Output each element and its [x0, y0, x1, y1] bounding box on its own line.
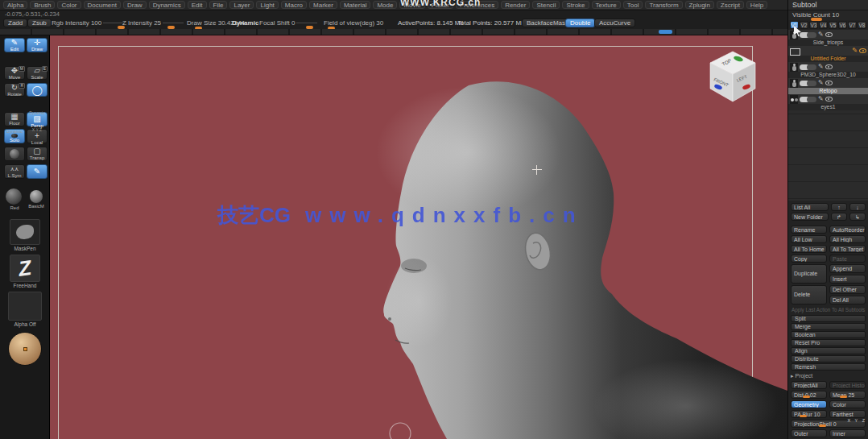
project-history-button[interactable]: Project History [829, 381, 866, 389]
subtool-item[interactable]: ✎ Retopo [788, 78, 868, 94]
floor-button[interactable]: ▦Floor [4, 112, 25, 126]
v-button[interactable]: V6 [838, 21, 847, 29]
polypaint-pen-icon[interactable]: ✎ [852, 48, 858, 54]
autoreorder-button[interactable]: AutoReorder [829, 226, 866, 234]
color-button[interactable]: Color [829, 400, 866, 408]
polypaint-pen-icon[interactable]: ✎ [818, 64, 824, 70]
double-button[interactable]: Double [565, 19, 595, 27]
eye-icon[interactable] [825, 64, 833, 69]
current-material-button[interactable]: Red [6, 188, 23, 210]
menu-item[interactable]: Mode [373, 1, 397, 9]
project-section-label[interactable]: ▸ Project [788, 371, 868, 380]
del-all-button[interactable]: Del All [829, 296, 866, 304]
farthest-button[interactable]: Farthest [829, 410, 866, 418]
menu-item[interactable]: Transform [645, 1, 682, 9]
move-down-button[interactable]: ↓ [849, 203, 866, 211]
inner-button[interactable]: Inner [829, 429, 866, 437]
menu-item[interactable]: Render [501, 1, 530, 9]
duplicate-button[interactable]: Duplicate [791, 264, 827, 284]
sculpt-canvas[interactable]: 技艺CGwww.qdnxxfb.cn TOP FRONT LEFT [50, 35, 787, 439]
all-to-home-button[interactable]: All To Home [791, 245, 827, 253]
section-button[interactable]: Merge [791, 323, 866, 330]
menu-item[interactable]: Color [57, 1, 81, 9]
v-button[interactable]: V4 [819, 21, 828, 29]
stroke-thumbnail[interactable]: Z [10, 255, 40, 282]
menu-item[interactable]: Layer [229, 1, 254, 9]
pa-blur-slider[interactable]: PA Blur 10 [791, 410, 827, 418]
edit-button[interactable]: ✎Edit [4, 38, 25, 52]
lasso-button[interactable]: ◯ [27, 83, 48, 97]
section-button[interactable]: Align [791, 347, 866, 354]
rename-button[interactable]: Rename [791, 226, 827, 234]
menu-item[interactable]: Document [84, 1, 121, 9]
menu-item[interactable]: Stencil [532, 1, 560, 9]
navigation-cube[interactable]: TOP FRONT LEFT [702, 48, 763, 110]
lsym-button[interactable]: ⋏⋏L.Sym [4, 164, 25, 179]
menu-item[interactable]: Stroke [562, 1, 589, 9]
v-button[interactable]: V8 [858, 21, 866, 29]
rotate-button[interactable]: R↻Rotate [4, 83, 25, 97]
projectall-button[interactable]: ProjectAll [791, 381, 827, 389]
delete-button[interactable]: Delete [791, 285, 827, 304]
fov-slider[interactable]: Field of view(deg) 30 [324, 19, 383, 27]
brush-thumbnail[interactable] [10, 219, 40, 245]
local-button[interactable]: X Y Z+Local [27, 129, 48, 143]
geometry-button[interactable]: Geometry [791, 400, 827, 408]
subtool-item[interactable]: ✎ eyes1 [788, 94, 868, 110]
move-up-button[interactable]: ↑ [831, 203, 847, 211]
eye-icon[interactable] [825, 97, 833, 101]
v-button[interactable]: V2 [800, 21, 808, 29]
polypaint-pen-icon[interactable]: ✎ [818, 96, 824, 102]
visibility-pill-icon[interactable] [807, 64, 816, 70]
menu-item[interactable]: Help [746, 1, 767, 9]
menu-item[interactable]: Zplugin [685, 1, 714, 9]
menu-item[interactable]: Dynamics [149, 1, 185, 9]
move-button[interactable]: M✥Move [4, 66, 25, 80]
eye-icon[interactable] [859, 48, 866, 53]
alpha-thumbnail[interactable] [8, 292, 42, 321]
menu-item[interactable]: Texture [592, 1, 621, 9]
menu-item[interactable]: Draw [123, 1, 147, 9]
copy-button[interactable]: Copy [791, 255, 827, 263]
ghost-sphere-button[interactable] [4, 147, 25, 161]
menu-item[interactable]: Alpha [3, 1, 27, 9]
menu-item[interactable]: File [209, 1, 228, 9]
section-button[interactable]: Distribute [791, 355, 866, 362]
menu-item[interactable]: Light [256, 1, 278, 9]
v-button[interactable]: V7 [848, 21, 857, 29]
subtool-item[interactable]: ✎ PM3D_Sphere3D2_10 [788, 62, 868, 78]
menu-item[interactable]: Marker [309, 1, 337, 9]
del-other-button[interactable]: Del Other [829, 285, 866, 294]
menu-item[interactable]: Edit [188, 1, 207, 9]
section-button[interactable]: Remesh [791, 363, 866, 371]
divider-handle-icon[interactable] [659, 30, 672, 34]
draw-button[interactable]: ✛Draw [27, 38, 48, 52]
basic-material-button[interactable]: BasicM [27, 188, 45, 209]
transp-button[interactable]: ▢Transp [27, 147, 48, 161]
v-button[interactable]: V5 [829, 21, 837, 29]
all-high-button[interactable]: All High [829, 235, 866, 243]
subtool-title[interactable]: Subtool [788, 0, 868, 10]
menu-item[interactable]: Tool [623, 1, 643, 9]
zadd-button[interactable]: Zadd [3, 19, 27, 27]
paste-button[interactable]: Paste [829, 255, 866, 263]
menu-item[interactable]: Material [340, 1, 370, 9]
pen-tool-button[interactable]: ✎ [27, 164, 48, 179]
focal-shift-slider[interactable]: Focal Shift 0 [259, 19, 319, 27]
dist-slider[interactable]: Dist 0.02 [791, 391, 827, 399]
rgb-intensity-slider[interactable]: Rgb Intensity 100 [52, 19, 126, 27]
new-folder-button[interactable]: New Folder [791, 213, 829, 221]
visibility-pill-icon[interactable] [807, 97, 816, 102]
section-button[interactable]: Boolean [791, 331, 866, 338]
subtool-item[interactable]: ✎ Untitled Folder [788, 46, 868, 62]
color-picker-sphere[interactable] [8, 332, 42, 366]
menu-item[interactable]: Brush [30, 1, 55, 9]
eye-icon[interactable] [825, 81, 833, 85]
scale-button[interactable]: E▱Scale [27, 66, 48, 80]
move-into-folder-button[interactable]: ↳ [849, 213, 866, 221]
visibility-pill-icon[interactable] [807, 81, 816, 86]
section-button[interactable]: Reset Pro [791, 339, 866, 346]
eye-icon[interactable] [825, 32, 833, 37]
polypaint-pen-icon[interactable]: ✎ [818, 31, 824, 38]
outer-button[interactable]: Outer [791, 429, 827, 437]
